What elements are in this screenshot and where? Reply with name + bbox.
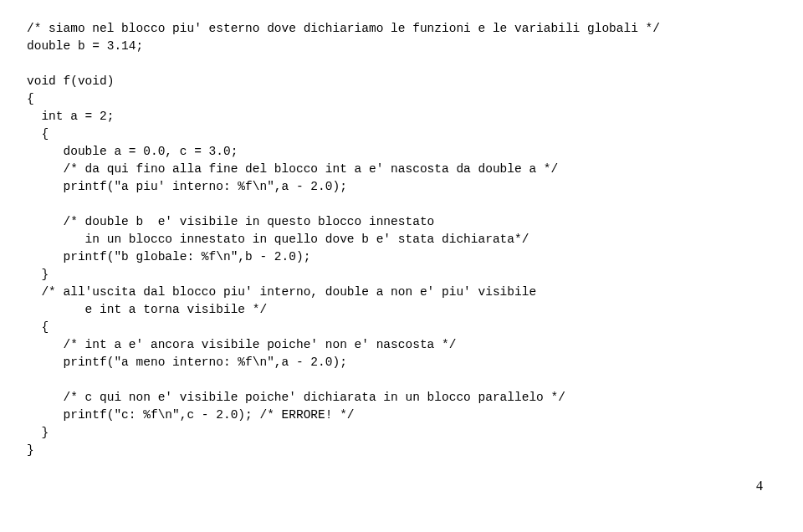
code-block: /* siamo nel blocco piu' esterno dove di… — [27, 20, 770, 459]
code-line: /* all'uscita dal blocco piu' interno, d… — [27, 285, 536, 299]
code-line: { — [27, 92, 34, 105]
code-line: /* siamo nel blocco piu' esterno dove di… — [27, 22, 660, 35]
code-line: } — [27, 268, 49, 281]
page-number: 4 — [27, 476, 770, 495]
code-line: printf("c: %f\n",c - 2.0); /* ERRORE! */ — [27, 408, 355, 422]
code-line: } — [27, 443, 34, 457]
code-line: /* c qui non e' visibile poiche' dichiar… — [27, 391, 565, 404]
code-line: /* da qui fino alla fine del blocco int … — [27, 162, 558, 176]
code-line: } — [27, 426, 49, 439]
code-line: printf("b globale: %f\n",b - 2.0); — [27, 250, 310, 263]
code-line: in un blocco innestato in quello dove b … — [27, 233, 529, 246]
code-line: { — [27, 127, 49, 141]
code-line: /* double b e' visibile in questo blocco… — [27, 215, 434, 228]
code-line: void f(void) — [27, 74, 114, 88]
code-line: double b = 3.14; — [27, 39, 143, 53]
code-line: /* int a e' ancora visibile poiche' non … — [27, 338, 456, 351]
code-line: int a = 2; — [27, 110, 114, 123]
code-line: printf("a meno interno: %f\n",a - 2.0); — [27, 356, 347, 369]
code-line: e int a torna visibile */ — [27, 303, 267, 316]
code-line: { — [27, 320, 49, 334]
code-line: double a = 0.0, c = 3.0; — [27, 145, 238, 158]
code-line: printf("a piu' interno: %f\n",a - 2.0); — [27, 180, 347, 193]
